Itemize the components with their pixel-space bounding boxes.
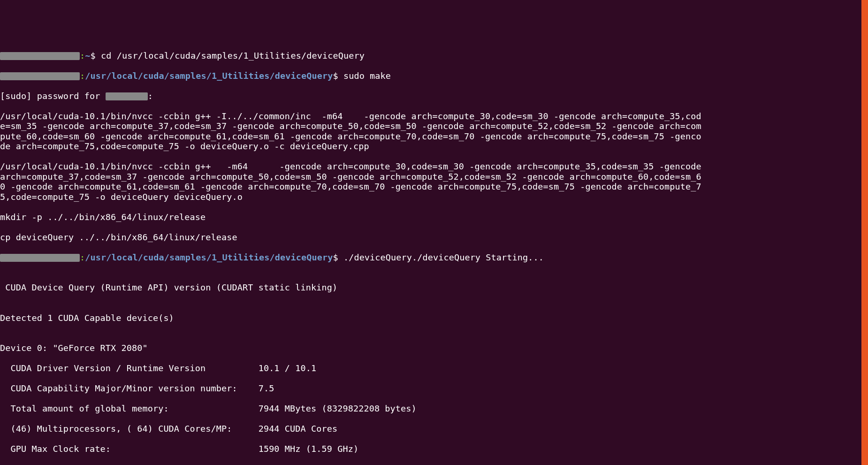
prompt-dollar: $: [333, 71, 343, 81]
prompt-line-3: :/usr/local/cuda/samples/1_Utilities/dev…: [0, 252, 868, 263]
prompt-path: /usr/local/cuda/samples/1_Utilities/devi…: [85, 71, 333, 81]
command-devicequery: ./deviceQuery./deviceQuery Starting...: [343, 252, 544, 262]
command-sudo-make: sudo make: [343, 71, 391, 81]
sudo-password-line: [sudo] password for :: [0, 91, 868, 101]
sudo-text-b: :: [148, 91, 153, 101]
prompt-sep: :: [80, 71, 85, 81]
prop-line: (46) Multiprocessors, ( 64) CUDA Cores/M…: [0, 424, 868, 434]
scrollbar[interactable]: [861, 0, 868, 465]
prompt-sep: :: [80, 51, 85, 61]
redacted-hostname: [0, 254, 80, 262]
prompt-path: /usr/local/cuda/samples/1_Utilities/devi…: [85, 252, 333, 262]
nvcc-link-line-2: /usr/local/cuda-10.1/bin/nvcc -ccbin g++…: [0, 161, 704, 202]
prompt-dollar: $: [91, 51, 101, 61]
prompt-dollar: $: [333, 252, 343, 262]
prop-line: CUDA Capability Major/Minor version numb…: [0, 383, 868, 394]
redacted-hostname: [0, 72, 80, 80]
sudo-text-a: [sudo] password for: [0, 91, 106, 101]
prop-line: Total amount of global memory: 7944 MByt…: [0, 404, 868, 414]
prompt-sep: :: [80, 252, 85, 262]
terminal-output[interactable]: :~$ cd /usr/local/cuda/samples/1_Utiliti…: [0, 40, 868, 465]
cp-line: cp deviceQuery ../../bin/x86_64/linux/re…: [0, 232, 868, 243]
detected-line: Detected 1 CUDA Capable device(s): [0, 313, 868, 323]
prop-line: GPU Max Clock rate: 1590 MHz (1.59 GHz): [0, 444, 868, 454]
redacted-hostname: [0, 52, 80, 60]
nvcc-compile-line-1: /usr/local/cuda-10.1/bin/nvcc -ccbin g++…: [0, 111, 704, 152]
prompt-line-2: :/usr/local/cuda/samples/1_Utilities/dev…: [0, 71, 868, 81]
prompt-line-1: :~$ cd /usr/local/cuda/samples/1_Utiliti…: [0, 51, 868, 61]
device-name-line: Device 0: "GeForce RTX 2080": [0, 343, 868, 353]
cuda-header-line: CUDA Device Query (Runtime API) version …: [0, 282, 868, 293]
redacted-username: [106, 92, 148, 100]
prompt-dir: ~: [85, 51, 90, 61]
mkdir-line: mkdir -p ../../bin/x86_64/linux/release: [0, 212, 868, 222]
command-cd: cd /usr/local/cuda/samples/1_Utilities/d…: [101, 51, 365, 61]
prop-line: CUDA Driver Version / Runtime Version 10…: [0, 363, 868, 374]
